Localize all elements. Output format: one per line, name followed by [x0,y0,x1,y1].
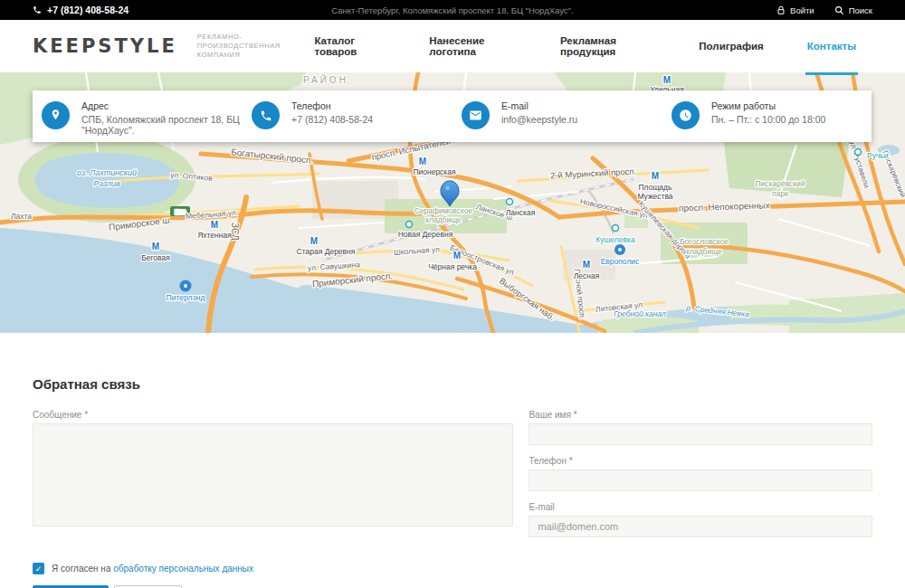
contact-address-title: Адрес [81,100,243,111]
nav-item-contacts[interactable]: Контакты [807,20,856,72]
email-icon [462,101,490,129]
map-station-staraya-derevnya: Старая Деревня [297,247,356,256]
map-station-pionerskaya: Пионерская [413,167,456,176]
contact-info-hours: Режим работы Пн. – Пт.: с 10:00 до 18:00 [662,90,872,142]
search-label: Поиск [849,5,872,15]
metro-icon-pionerskaya: М [419,156,426,166]
phone-icon [33,5,42,14]
nav-item-catalog[interactable]: Каталог товаров [314,20,386,72]
poi-icon-europolis-dot [618,248,622,251]
topbar-phone-number: +7 (812) 408-58-24 [47,5,129,15]
map-station-novaya-derevnya: Новая Деревня [398,230,453,239]
login-link[interactable]: Войти [776,5,814,15]
nav-item-logo-print[interactable]: Нанесение логотипа [429,20,517,72]
contact-info-phone: Телефон +7 (812) 408-58-24 [243,90,452,142]
metro-icon-begovaya: М [152,242,159,251]
map-station-ploshchad-1: Площадь [638,183,672,192]
metro-icon-udelnaya: М [663,75,671,85]
email-label: E-mail [529,502,872,512]
tagline-line1: РЕКЛАМНО-ПРОИЗВОДСТВЕННАЯ [197,33,315,51]
map-poi-europolis: Европолис [601,257,640,266]
map-label-grebnoy: Гребной канал [614,309,666,318]
map-station-ruchyi: Ручьи [867,151,889,160]
map-label-lakhta: Лахта [11,212,32,221]
name-label: Ваше имя * [529,410,872,420]
contact-info-address: Адрес СПБ, Коломяжский проспект 18, БЦ "… [33,90,243,142]
contact-info-email: E-mail info@keepstyle.ru [452,90,662,142]
contact-email-title: E-mail [501,100,577,111]
nav-item-promo[interactable]: Рекламная продукция [560,20,655,72]
nav-item-polygraphy[interactable]: Полиграфия [699,20,763,72]
phone-input[interactable] [529,469,872,491]
message-label: Сообщение * [33,410,513,420]
clock-icon [672,101,700,129]
map-station-lesnaya: Лесная [574,271,600,280]
rail-icon-lanskaya [507,199,513,205]
login-label: Войти [790,5,814,15]
site-header: KEEPSTYLE РЕКЛАМНО-ПРОИЗВОДСТВЕННАЯ КОМП… [0,20,905,72]
map-label-bogoslovskoe-2: кладбище [686,247,722,256]
consent-link[interactable]: обработку персональных данных [113,564,253,574]
rail-icon-ruchyi [855,149,862,156]
map-station-begovaya: Беговая [141,253,170,262]
map-station-chernaya-rechka: Чёрная речка [428,262,477,271]
topbar: +7 (812) 408-58-24 Санкт-Петербург, Коло… [0,0,905,20]
map[interactable]: Е18 РАЙОН оз. Лахтинский Разлив Лахта Пр… [0,72,905,333]
map-station-ploshchad-2: Мужества [637,192,672,201]
consent-text: Я согласен на обработку персональных дан… [52,564,253,574]
map-label-lake-1: оз. Лахтинский [77,168,137,177]
map-label-piskarevsky-park-1: Пискарёвский [755,179,805,188]
metro-icon-ploshchad-muzhestva: М [652,171,659,181]
metro-icon-lesnaya: М [583,260,590,270]
search-icon [834,5,844,15]
tagline-line2: КОМПАНИЯ [197,51,315,60]
phone-label: Телефон * [529,456,872,466]
location-pin-icon [42,101,70,129]
metro-icon-staraya-derevnya: М [310,236,318,246]
map-label-district: РАЙОН [303,74,348,85]
map-poi-piterland: Питерлэнд [167,293,205,302]
name-input[interactable] [529,423,872,445]
topbar-address: Санкт-Петербург, Коломяжский проспект 18… [0,5,905,15]
contact-hours-value: Пн. – Пт.: с 10:00 до 18:00 [711,114,825,125]
phone-icon [252,101,280,129]
map-station-yakhtennaya: Яхтенная [197,231,232,240]
contact-address-value: СПБ, Коломяжский проспект 18, БЦ "НордХа… [81,114,243,136]
map-label-lake-2: Разлив [93,179,120,188]
consent-prefix: Я согласен на [52,564,113,574]
contact-hours-title: Режим работы [711,100,825,111]
company-tagline: РЕКЛАМНО-ПРОИЗВОДСТВЕННАЯ КОМПАНИЯ [197,33,315,60]
feedback-section: Обратная связь Сообщение * Ваше имя * Те… [0,333,905,588]
rail-icon-novaya-derevnya [406,222,413,228]
logo[interactable]: KEEPSTYLE [33,35,177,57]
rail-icon-kushelevka [613,225,619,232]
main-nav: Каталог товаров Нанесение логотипа Рекла… [314,20,856,72]
message-input[interactable] [33,423,513,526]
consent-row: Я согласен на обработку персональных дан… [33,563,872,574]
contact-info-card: Адрес СПБ, Коломяжский проспект 18, БЦ "… [33,90,872,142]
map-label-piskarevsky-park-2: парк [772,189,788,198]
map-label-serafimovskoe-1: Серафимовское [414,206,473,215]
contact-phone-value: +7 (812) 408-58-24 [291,114,373,125]
contact-phone-title: Телефон [291,100,373,111]
metro-icon-chernaya-rechka: М [453,251,461,261]
map-label-bogoslovskoe-1: Богословское [680,237,729,246]
search-link[interactable]: Поиск [834,5,872,15]
email-input[interactable] [529,516,872,537]
map-label-serafimovskoe-2: кладбище [425,215,462,224]
consent-checkbox[interactable] [33,563,44,574]
metro-icon-yakhtennaya: М [211,220,218,230]
topbar-phone-link[interactable]: +7 (812) 408-58-24 [33,5,129,15]
map-station-kushelevka: Кушелевка [595,235,635,244]
page-title: Обратная связь [33,376,872,392]
contact-email-value: info@keepstyle.ru [501,114,577,125]
map-station-lanskaya: Ланская [506,208,536,217]
lock-icon [776,5,786,15]
poi-icon-piterland-dot [184,284,187,288]
